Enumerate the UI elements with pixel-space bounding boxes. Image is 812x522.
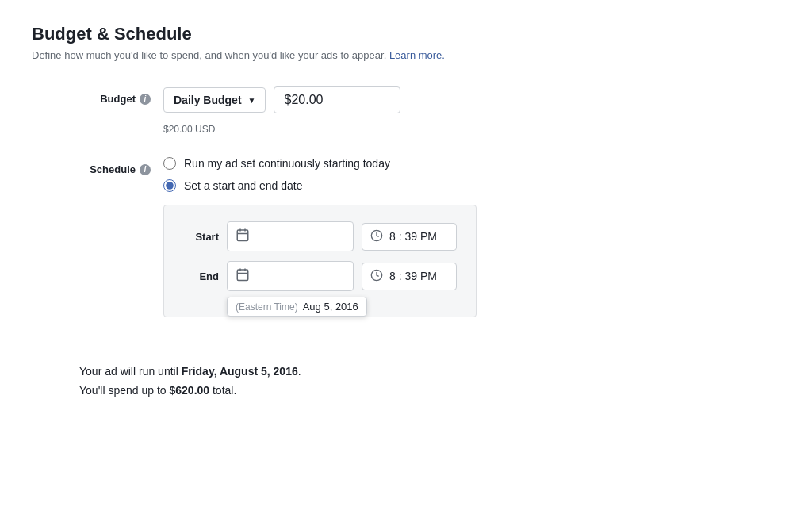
start-time-input[interactable]: 8 : 39 PM: [362, 223, 457, 251]
schedule-controls: Run my ad set continuously starting toda…: [163, 157, 477, 317]
learn-more-link[interactable]: Learn more.: [389, 49, 445, 61]
spend-amount: $620.00: [169, 384, 209, 397]
end-row-wrapper: End: [183, 261, 457, 291]
schedule-radio-continuous[interactable]: [163, 157, 176, 170]
start-date-row: Start: [183, 221, 457, 251]
budget-type-dropdown[interactable]: Daily Budget ▼: [163, 87, 266, 113]
run-until-text: Your ad will run until Friday, August 5,…: [79, 365, 780, 378]
dropdown-arrow-icon: ▼: [248, 96, 256, 105]
calendar-icon-start: [236, 228, 250, 245]
spend-text: You'll spend up to $620.00 total.: [79, 384, 780, 397]
svg-rect-5: [237, 270, 248, 281]
schedule-radio-date-range[interactable]: [163, 179, 176, 192]
page-title: Budget & Schedule: [32, 24, 780, 44]
summary-section: Your ad will run until Friday, August 5,…: [32, 365, 780, 397]
budget-info-icon[interactable]: i: [140, 94, 151, 105]
end-date-row: End: [183, 261, 457, 291]
start-label: Start: [183, 231, 219, 243]
budget-label: Budget i: [79, 86, 151, 105]
schedule-option-continuous[interactable]: Run my ad set continuously starting toda…: [163, 157, 477, 170]
end-time-text: 8 : 39 PM: [389, 270, 437, 282]
run-until-date: Friday, August 5, 2016: [182, 365, 298, 378]
start-time-text: 8 : 39 PM: [389, 230, 437, 243]
budget-inputs: Daily Budget ▼: [163, 86, 400, 113]
schedule-label: Schedule i: [79, 157, 151, 175]
end-date-value: Aug 5, 2016: [303, 301, 358, 313]
budget-controls: Daily Budget ▼ $20.00 USD: [163, 86, 400, 135]
end-time-input[interactable]: 8 : 39 PM: [362, 263, 457, 290]
start-date-input[interactable]: [227, 221, 354, 251]
calendar-icon-end: [236, 267, 250, 285]
schedule-option-date-range[interactable]: Set a start and end date: [163, 179, 477, 192]
schedule-date-box: Start: [163, 205, 477, 317]
clock-icon-end: [370, 269, 383, 284]
end-date-tooltip: (Eastern Time) Aug 5, 2016: [227, 297, 367, 317]
usd-label: $20.00 USD: [163, 124, 215, 135]
budget-amount-input[interactable]: [274, 86, 400, 113]
svg-rect-0: [237, 230, 248, 241]
clock-icon-start: [370, 229, 383, 244]
end-label: End: [183, 271, 219, 282]
end-date-input[interactable]: [227, 261, 354, 291]
budget-row: Budget i Daily Budget ▼ $20.00 USD: [79, 86, 780, 135]
eastern-time-label: (Eastern Time): [236, 301, 298, 313]
schedule-row: Schedule i Run my ad set continuously st…: [79, 157, 780, 317]
form-section: Budget i Daily Budget ▼ $20.00 USD Sched…: [79, 86, 780, 317]
page-subtitle: Define how much you'd like to spend, and…: [32, 49, 780, 61]
schedule-info-icon[interactable]: i: [140, 164, 151, 175]
